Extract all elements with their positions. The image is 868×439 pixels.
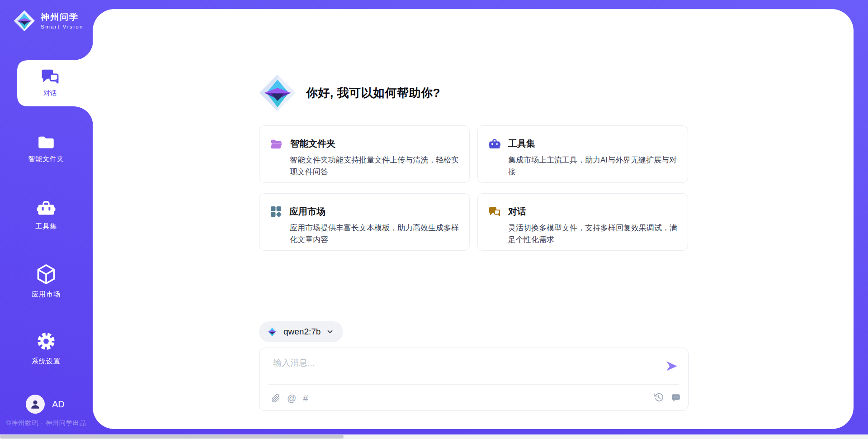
- user-profile[interactable]: AD: [26, 395, 65, 414]
- chevron-down-icon: [326, 328, 334, 336]
- sidebar-item-label: 应用市场: [32, 290, 61, 299]
- sidebar-footer: ©神州数码 · 神州问学出品: [6, 419, 86, 427]
- diamond-logo-icon: [259, 74, 296, 112]
- sidebar: 神州问学 Smart Vision 对话 智能文件夹: [0, 0, 93, 439]
- card-title: 工具集: [508, 138, 535, 150]
- paperclip-icon[interactable]: [271, 393, 280, 403]
- brand-logo-icon: [14, 10, 35, 32]
- user-icon: [29, 398, 41, 410]
- card-description: 集成市场上主流工具，助力AI与外界无缝扩展与对接: [508, 154, 681, 178]
- card-description: 应用市场提供丰富长文本模板，助力高效生成多样化文章内容: [290, 222, 462, 246]
- gear-icon: [36, 331, 57, 352]
- greeting-title: 你好, 我可以如何帮助你?: [306, 85, 440, 101]
- card-toolset[interactable]: 工具集 集成市场上主流工具，助力AI与外界无缝扩展与对接: [477, 125, 688, 183]
- avatar: [26, 395, 45, 414]
- card-smart-folder[interactable]: 智能文件夹 智能文件夹功能支持批量文件上传与清洗，轻松实现文件问答: [259, 125, 470, 183]
- sidebar-item-label: 智能文件夹: [28, 155, 64, 163]
- sidebar-item-label: 工具集: [35, 222, 57, 231]
- main-panel: 你好, 我可以如何帮助你? 智能文件夹 智能文件夹功能支持批量文件上传与清洗，轻…: [93, 9, 854, 429]
- composer: @ #: [259, 348, 689, 411]
- horizontal-scrollbar: [0, 434, 868, 439]
- send-icon[interactable]: [665, 360, 678, 372]
- card-app-market[interactable]: 应用市场 应用市场提供丰富长文本模板，助力高效生成多样化文章内容: [259, 193, 470, 251]
- diamond-logo-icon: [266, 325, 278, 338]
- card-description: 智能文件夹功能支持批量文件上传与清洗，轻松实现文件问答: [290, 154, 462, 178]
- sidebar-item-label: 对话: [43, 89, 57, 98]
- message-icon[interactable]: [671, 392, 681, 402]
- card-chat[interactable]: 对话 灵活切换多模型文件，支持多样回复效果调试，满足个性化需求: [477, 193, 688, 251]
- model-selector[interactable]: qwen2:7b: [259, 321, 343, 342]
- grid-icon: [270, 206, 282, 217]
- hash-icon[interactable]: #: [303, 392, 308, 404]
- briefcase-icon: [489, 138, 500, 149]
- open-folder-icon: [270, 138, 283, 149]
- greeting: 你好, 我可以如何帮助你?: [259, 74, 440, 112]
- composer-left-tools: @ #: [271, 392, 308, 404]
- user-initials: AD: [52, 399, 65, 410]
- card-description: 灵活切换多模型文件，支持多样回复效果调试，满足个性化需求: [508, 222, 681, 246]
- brand-logo: 神州问学 Smart Vision: [14, 10, 84, 32]
- brand-name: 神州问学: [41, 12, 84, 23]
- model-name: qwen2:7b: [283, 327, 321, 337]
- sidebar-item-smart-folder[interactable]: 智能文件夹: [0, 134, 92, 163]
- main-content: 你好, 我可以如何帮助你? 智能文件夹 智能文件夹功能支持批量文件上传与清洗，轻…: [259, 9, 689, 429]
- composer-right-tools: [654, 392, 681, 402]
- toolbox-icon: [37, 200, 56, 217]
- brand-subtitle: Smart Vision: [41, 24, 84, 29]
- composer-divider: [269, 384, 679, 385]
- at-icon[interactable]: @: [287, 392, 296, 404]
- card-title: 应用市场: [289, 205, 326, 218]
- history-icon[interactable]: [654, 392, 664, 402]
- sidebar-item-chat[interactable]: 对话: [16, 60, 84, 106]
- chat-icon: [489, 206, 500, 217]
- app-root: 神州问学 Smart Vision 对话 智能文件夹: [0, 0, 868, 439]
- card-title: 对话: [508, 205, 526, 218]
- horizontal-scrollbar-thumb[interactable]: [0, 435, 344, 439]
- feature-cards: 智能文件夹 智能文件夹功能支持批量文件上传与清洗，轻松实现文件问答: [259, 125, 689, 251]
- card-title: 智能文件夹: [290, 138, 335, 150]
- folder-icon: [38, 134, 55, 149]
- sidebar-item-toolset[interactable]: 工具集: [0, 200, 92, 231]
- sidebar-item-label: 系统设置: [32, 357, 61, 366]
- chat-icon: [41, 69, 59, 85]
- sidebar-item-app-market[interactable]: 应用市场: [0, 264, 92, 299]
- sidebar-item-settings[interactable]: 系统设置: [0, 331, 92, 366]
- message-input[interactable]: [272, 356, 645, 382]
- cube-icon: [36, 264, 56, 285]
